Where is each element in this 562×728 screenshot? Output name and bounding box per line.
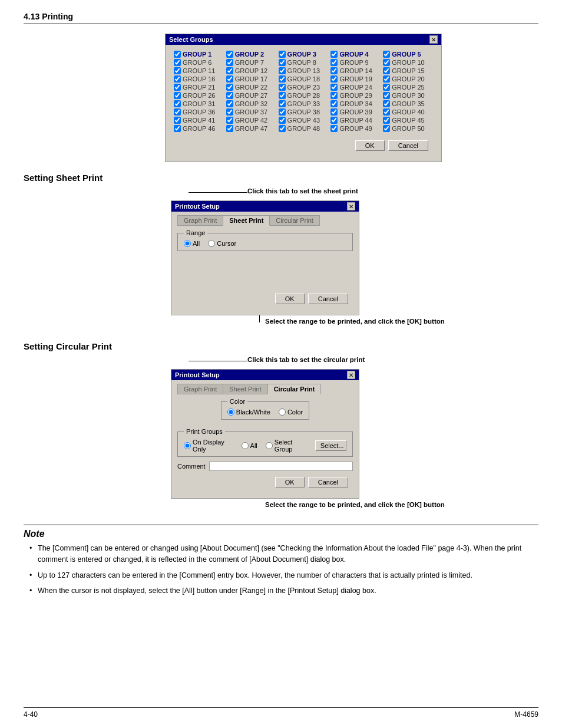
group-checkbox[interactable] (174, 92, 181, 99)
tab-circular-print[interactable]: Circular Print (269, 215, 320, 226)
color-item: Color (279, 409, 303, 416)
group-item: GROUP 13 (279, 67, 329, 74)
group-checkbox[interactable] (383, 84, 390, 91)
group-label: GROUP 35 (392, 100, 424, 107)
group-checkbox[interactable] (279, 67, 286, 74)
group-checkbox[interactable] (226, 92, 233, 99)
sheet-print-spacer (177, 256, 353, 291)
group-label: GROUP 30 (392, 92, 424, 99)
group-checkbox[interactable] (383, 67, 390, 74)
group-checkbox[interactable] (279, 75, 286, 83)
group-checkbox[interactable] (174, 108, 181, 116)
group-checkbox[interactable] (174, 100, 181, 107)
group-checkbox[interactable] (330, 75, 338, 83)
group-checkbox[interactable] (383, 59, 390, 66)
tab-sheet-print[interactable]: Sheet Print (223, 215, 270, 226)
select-group-radio[interactable] (266, 442, 273, 449)
group-label: GROUP 26 (183, 92, 215, 99)
comment-input[interactable] (209, 462, 353, 471)
group-checkbox[interactable] (383, 75, 390, 83)
group-checkbox[interactable] (226, 100, 233, 107)
circular-print-close-button[interactable]: ✕ (347, 371, 355, 379)
group-checkbox[interactable] (330, 100, 338, 107)
group-checkbox[interactable] (330, 125, 338, 132)
group-checkbox[interactable] (330, 92, 338, 99)
sheet-print-close-button[interactable]: ✕ (347, 202, 355, 210)
group-checkbox[interactable] (383, 117, 390, 124)
group-label: GROUP 49 (339, 125, 372, 132)
group-checkbox[interactable] (279, 117, 286, 124)
group-checkbox[interactable] (383, 92, 390, 99)
all-radio[interactable] (242, 442, 249, 449)
group-item: GROUP 35 (383, 100, 433, 107)
select-groups-cancel-button[interactable]: Cancel (388, 140, 428, 151)
select-button[interactable]: Select... (315, 440, 346, 451)
range-all-radio[interactable] (184, 240, 191, 247)
color-radio[interactable] (279, 409, 286, 416)
tab-graph-print[interactable]: Graph Print (177, 215, 223, 226)
circ-tab-sheet-print[interactable]: Sheet Print (223, 384, 267, 394)
group-item: GROUP 6 (174, 59, 224, 66)
group-checkbox[interactable] (226, 125, 233, 132)
sheet-print-ok-button[interactable]: OK (275, 294, 305, 304)
group-checkbox[interactable] (279, 84, 286, 91)
group-checkbox[interactable] (279, 92, 286, 99)
group-checkbox[interactable] (174, 117, 181, 124)
group-checkbox[interactable] (383, 125, 390, 132)
group-checkbox[interactable] (330, 117, 338, 124)
group-checkbox[interactable] (174, 125, 181, 132)
group-item: GROUP 15 (383, 67, 433, 74)
group-label: GROUP 29 (339, 92, 372, 99)
group-item: GROUP 2 (226, 51, 276, 58)
color-fieldset: Color Black/White Color (221, 398, 309, 420)
group-checkbox[interactable] (226, 75, 233, 83)
group-checkbox[interactable] (279, 125, 286, 132)
footer-right: M-4659 (514, 710, 538, 719)
group-checkbox[interactable] (279, 108, 286, 116)
circ-tab-graph-print[interactable]: Graph Print (177, 384, 223, 394)
range-cursor-radio[interactable] (208, 240, 215, 247)
group-checkbox[interactable] (330, 84, 338, 91)
group-checkbox[interactable] (383, 108, 390, 116)
group-checkbox[interactable] (226, 84, 233, 91)
group-checkbox[interactable] (383, 100, 390, 107)
group-checkbox[interactable] (174, 84, 181, 91)
group-checkbox[interactable] (279, 100, 286, 107)
group-checkbox[interactable] (174, 59, 181, 66)
bw-radio[interactable] (227, 409, 234, 416)
select-groups-close-button[interactable]: ✕ (429, 35, 438, 44)
group-checkbox[interactable] (383, 51, 390, 58)
group-checkbox[interactable] (226, 59, 233, 66)
group-checkbox[interactable] (330, 59, 338, 66)
circular-print-cancel-button[interactable]: Cancel (308, 477, 348, 487)
group-checkbox[interactable] (330, 108, 338, 116)
on-display-radio[interactable] (184, 442, 191, 449)
circular-print-ok-button[interactable]: OK (275, 477, 305, 487)
group-checkbox[interactable] (279, 51, 286, 58)
group-label: GROUP 10 (392, 59, 424, 66)
group-label: GROUP 21 (183, 84, 215, 91)
comment-row: Comment (177, 462, 353, 471)
circular-print-tab-bar: Graph Print Sheet Print Circular Print (177, 384, 353, 394)
group-label: GROUP 20 (392, 75, 424, 83)
group-checkbox[interactable] (330, 67, 338, 74)
select-groups-ok-button[interactable]: OK (355, 140, 385, 151)
group-item: GROUP 5 (383, 51, 433, 58)
group-checkbox[interactable] (226, 117, 233, 124)
sheet-print-cancel-button[interactable]: Cancel (308, 294, 348, 304)
group-checkbox[interactable] (226, 108, 233, 116)
group-checkbox[interactable] (279, 59, 286, 66)
group-label: GROUP 31 (183, 100, 215, 107)
group-checkbox[interactable] (174, 67, 181, 74)
group-label: GROUP 14 (339, 67, 372, 74)
group-checkbox[interactable] (226, 67, 233, 74)
group-label: GROUP 15 (392, 67, 424, 74)
group-checkbox[interactable] (174, 75, 181, 83)
group-checkbox[interactable] (330, 51, 338, 58)
group-checkbox[interactable] (174, 51, 181, 58)
group-checkbox[interactable] (226, 51, 233, 58)
group-item: GROUP 18 (279, 75, 329, 83)
circ-tab-circular-print[interactable]: Circular Print (267, 384, 322, 394)
group-label: GROUP 18 (287, 75, 320, 83)
group-label: GROUP 9 (339, 59, 368, 66)
